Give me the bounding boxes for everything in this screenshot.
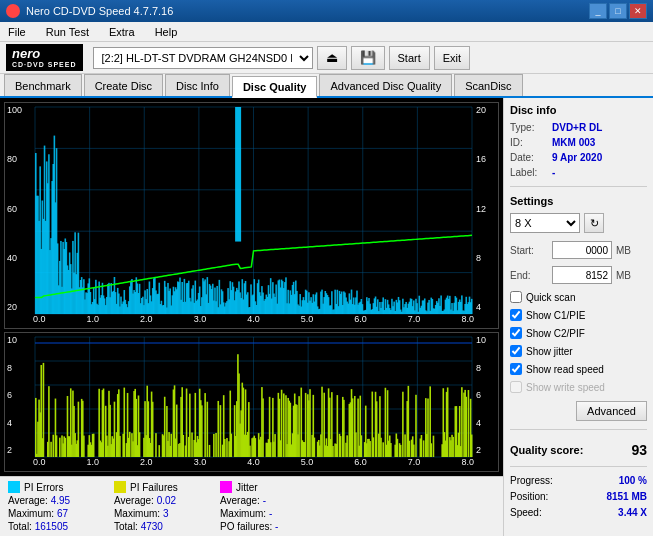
id-value: MKM 003 xyxy=(552,137,595,148)
divider-2 xyxy=(510,429,647,430)
chart-top: 100 80 60 40 20 20 16 12 8 4 0.0 1.0 xyxy=(4,102,499,329)
by-right-2: 2 xyxy=(476,445,496,455)
quick-scan-label: Quick scan xyxy=(526,292,575,303)
legend-pi-errors: PI Errors Average: 4.95 Maximum: 67 Tota… xyxy=(8,481,98,532)
po-failures-label: PO failures: xyxy=(220,521,272,532)
divider-1 xyxy=(510,186,647,187)
tab-advanced-disc-quality[interactable]: Advanced Disc Quality xyxy=(319,74,452,96)
speed-label: Speed: xyxy=(510,507,542,518)
drive-select[interactable]: [2:2] HL-DT-ST DVDRAM GH24NSD0 LH00 xyxy=(93,47,313,69)
show-write-speed-checkbox xyxy=(510,381,522,393)
eject-button[interactable]: ⏏ xyxy=(317,46,347,70)
date-label: Date: xyxy=(510,152,548,163)
pi-failures-avg-val: 0.02 xyxy=(157,495,176,506)
toolbar: nero CD·DVD SPEED [2:2] HL-DT-ST DVDRAM … xyxy=(0,42,653,74)
window-controls: _ □ ✕ xyxy=(589,3,647,19)
y-label-80: 80 xyxy=(5,154,33,164)
y-right-12: 12 xyxy=(476,204,496,214)
menu-extra[interactable]: Extra xyxy=(105,24,139,40)
side-panel: Disc info Type: DVD+R DL ID: MKM 003 Dat… xyxy=(503,98,653,536)
tab-disc-info[interactable]: Disc Info xyxy=(165,74,230,96)
tab-benchmark[interactable]: Benchmark xyxy=(4,74,82,96)
tab-create-disc[interactable]: Create Disc xyxy=(84,74,163,96)
menu-bar: File Run Test Extra Help xyxy=(0,22,653,42)
show-write-speed-label: Show write speed xyxy=(526,382,605,393)
x-label-1: 1.0 xyxy=(87,314,100,328)
save-icon: 💾 xyxy=(360,50,376,65)
y-label-60: 60 xyxy=(5,204,33,214)
pi-failures-color xyxy=(114,481,126,493)
pi-errors-total-label: Total: xyxy=(8,521,32,532)
by-label-10: 10 xyxy=(5,335,33,345)
date-value: 9 Apr 2020 xyxy=(552,152,602,163)
y-label-100: 100 xyxy=(5,105,33,115)
pi-errors-avg-val: 4.95 xyxy=(51,495,70,506)
title-bar: Nero CD-DVD Speed 4.7.7.16 _ □ ✕ xyxy=(0,0,653,22)
tab-scan-disc[interactable]: ScanDisc xyxy=(454,74,522,96)
menu-file[interactable]: File xyxy=(4,24,30,40)
save-button[interactable]: 💾 xyxy=(351,46,385,70)
id-label: ID: xyxy=(510,137,548,148)
show-c2-pif-checkbox[interactable] xyxy=(510,327,522,339)
jitter-avg-val: - xyxy=(263,495,266,506)
close-button[interactable]: ✕ xyxy=(629,3,647,19)
speed-select[interactable]: 8 X xyxy=(510,213,580,233)
by-right-10: 10 xyxy=(476,335,496,345)
tabs: Benchmark Create Disc Disc Info Disc Qua… xyxy=(0,74,653,98)
chart-area: 100 80 60 40 20 20 16 12 8 4 0.0 1.0 xyxy=(0,98,503,476)
x-label-4: 4.0 xyxy=(247,314,260,328)
start-label: Start: xyxy=(510,245,548,256)
show-read-speed-checkbox[interactable] xyxy=(510,363,522,375)
pi-errors-color xyxy=(8,481,20,493)
app-icon xyxy=(6,4,20,18)
jitter-avg-label: Average: xyxy=(220,495,260,506)
main-content: 100 80 60 40 20 20 16 12 8 4 0.0 1.0 xyxy=(0,98,653,536)
top-chart-canvas xyxy=(5,103,498,328)
x-label-2: 2.0 xyxy=(140,314,153,328)
maximize-button[interactable]: □ xyxy=(609,3,627,19)
x-label-8: 8.0 xyxy=(461,314,474,328)
label-value: - xyxy=(552,167,555,178)
by-right-4: 4 xyxy=(476,418,496,428)
start-button[interactable]: Start xyxy=(389,46,430,70)
advanced-button[interactable]: Advanced xyxy=(576,401,647,421)
legend-jitter: Jitter Average: - Maximum: - PO failures… xyxy=(220,481,310,532)
y-right-4: 4 xyxy=(476,302,496,312)
settings-refresh-button[interactable]: ↻ xyxy=(584,213,604,233)
divider-3 xyxy=(510,466,647,467)
start-input[interactable] xyxy=(552,241,612,259)
jitter-color xyxy=(220,481,232,493)
y-right-16: 16 xyxy=(476,154,496,164)
by-right-6: 6 xyxy=(476,390,496,400)
menu-run-test[interactable]: Run Test xyxy=(42,24,93,40)
y-right-20: 20 xyxy=(476,105,496,115)
show-read-speed-label: Show read speed xyxy=(526,364,604,375)
end-input[interactable] xyxy=(552,266,612,284)
legend-area: PI Errors Average: 4.95 Maximum: 67 Tota… xyxy=(0,476,503,536)
quick-scan-checkbox[interactable] xyxy=(510,291,522,303)
legend-pi-failures: PI Failures Average: 0.02 Maximum: 3 Tot… xyxy=(114,481,204,532)
label-label: Label: xyxy=(510,167,548,178)
pi-failures-max-val: 3 xyxy=(163,508,169,519)
x-label-0: 0.0 xyxy=(33,314,46,328)
progress-value: 100 % xyxy=(619,475,647,486)
pi-errors-max-label: Maximum: xyxy=(8,508,54,519)
x-label-7: 7.0 xyxy=(408,314,421,328)
minimize-button[interactable]: _ xyxy=(589,3,607,19)
pi-failures-total-label: Total: xyxy=(114,521,138,532)
by-right-8: 8 xyxy=(476,363,496,373)
tab-disc-quality[interactable]: Disc Quality xyxy=(232,76,318,98)
pi-errors-total-val: 161505 xyxy=(35,521,68,532)
by-label-2: 2 xyxy=(5,445,33,455)
show-jitter-checkbox[interactable] xyxy=(510,345,522,357)
by-label-6: 6 xyxy=(5,390,33,400)
show-c1-pie-checkbox[interactable] xyxy=(510,309,522,321)
type-value: DVD+R DL xyxy=(552,122,602,133)
exit-button[interactable]: Exit xyxy=(434,46,470,70)
x-label-6: 6.0 xyxy=(354,314,367,328)
end-mb: MB xyxy=(616,270,631,281)
pi-errors-avg-label: Average: xyxy=(8,495,48,506)
jitter-max-val: - xyxy=(269,508,272,519)
menu-help[interactable]: Help xyxy=(151,24,182,40)
y-right-8: 8 xyxy=(476,253,496,263)
